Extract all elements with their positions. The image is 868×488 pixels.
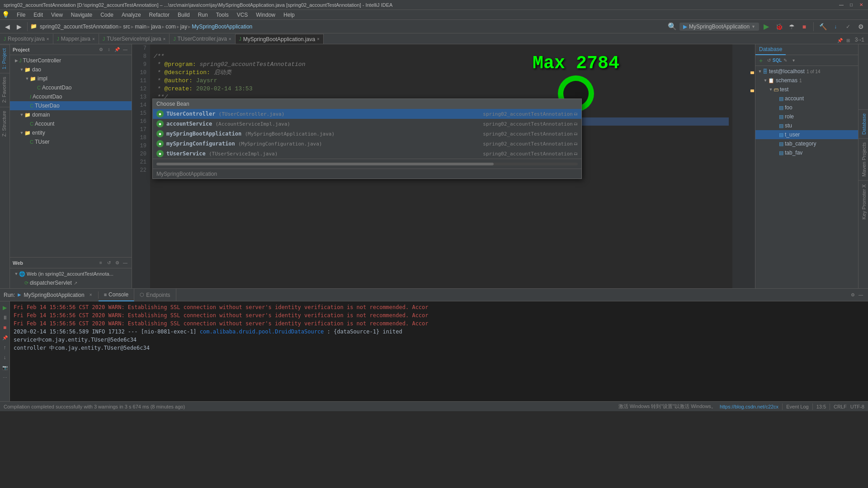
close-button[interactable]: ✕ xyxy=(858,2,864,8)
menu-code[interactable]: Code xyxy=(97,11,117,19)
console-screenshot-button[interactable]: 📷 xyxy=(0,363,9,372)
tab-mapper-close[interactable]: × xyxy=(92,37,95,42)
editor-pin-button[interactable]: 📌 xyxy=(836,37,844,44)
db-item-role-table[interactable]: ▤ role xyxy=(755,112,868,121)
breadcrumb-main[interactable]: main xyxy=(135,23,146,30)
rotated-tab-keypromoter[interactable]: Key Promoter X xyxy=(859,180,868,223)
run-configuration[interactable]: ▶ MySpringBootApplication ▼ xyxy=(679,23,759,31)
rotated-tab-database[interactable]: Database xyxy=(859,109,868,138)
coverage-button[interactable]: ☂ xyxy=(786,21,797,32)
vcs-update-button[interactable]: ↓ xyxy=(830,21,841,32)
autocomplete-item-tuserservice[interactable]: ● tUserService (TUserServiceImpl.java) s… xyxy=(153,149,581,159)
db-add-button[interactable]: + xyxy=(757,57,764,64)
project-panel-expand-icon[interactable]: ↕ xyxy=(105,46,113,53)
status-url[interactable]: https://blog.csdn.net/c22cx xyxy=(720,404,778,409)
menu-edit[interactable]: Edit xyxy=(30,11,47,19)
console-scroll-up-button[interactable]: ↑ xyxy=(0,343,9,352)
db-filter-button[interactable]: ▾ xyxy=(790,57,797,64)
breadcrumb-java[interactable]: java xyxy=(151,23,161,30)
console-more-button[interactable]: ⋯ xyxy=(0,373,9,382)
menu-tools[interactable]: Tools xyxy=(212,11,232,19)
tree-item-tuserdao[interactable]: C TUserDao xyxy=(10,101,132,110)
run-button[interactable]: ▶ xyxy=(761,21,772,32)
rotated-tab-maven[interactable]: Maven Projects xyxy=(859,138,868,180)
tab-tusercontroller-close[interactable]: × xyxy=(229,37,231,42)
forward-button[interactable]: ▶ xyxy=(14,21,24,32)
db-item-account-table[interactable]: ▤ account xyxy=(755,94,868,103)
tree-item-entity[interactable]: ▼ 📁 entity xyxy=(10,128,132,137)
db-item-tabfav-table[interactable]: ▤ tab_fav xyxy=(755,148,868,157)
tab-myspringbootapp[interactable]: J MySpringBootApplication.java × xyxy=(236,34,324,44)
database-tab[interactable]: Database xyxy=(755,44,786,55)
console-stop-button[interactable]: ■ xyxy=(0,323,9,332)
console-scroll-down-button[interactable]: ↓ xyxy=(0,353,9,362)
console-restart-button[interactable]: ▶ xyxy=(0,303,9,312)
web-panel-minimize-icon[interactable]: — xyxy=(122,259,129,267)
back-button[interactable]: ◀ xyxy=(2,21,13,32)
search-everywhere-button[interactable]: 🔍 xyxy=(667,21,678,32)
breadcrumb-project[interactable]: spring02_accountTestAnnotation xyxy=(40,23,118,30)
bottom-tab-endpoints[interactable]: ⬡ Endpoints xyxy=(134,289,176,301)
menu-navigate[interactable]: Navigate xyxy=(67,11,96,19)
menu-file[interactable]: File xyxy=(13,11,29,19)
tree-item-account[interactable]: C Account xyxy=(10,119,132,128)
autocomplete-item-tusercontroller[interactable]: ● TUserController (TUserController.java)… xyxy=(153,109,581,119)
console-pause-button[interactable]: ⏸ xyxy=(0,313,9,322)
maximize-button[interactable]: □ xyxy=(848,2,854,8)
tree-item-tusercontroller[interactable]: ▶ J TUserController xyxy=(10,56,132,65)
tree-item-tuser[interactable]: C TUser xyxy=(10,137,132,146)
menu-build[interactable]: Build xyxy=(174,11,193,19)
stop-button[interactable]: ■ xyxy=(799,21,810,32)
autocomplete-item-myspringbootapp[interactable]: ● mySpringBootApplication (MySpringBootA… xyxy=(153,129,581,139)
breadcrumb-com[interactable]: com xyxy=(165,23,176,30)
autocomplete-item-accountservice[interactable]: ● accountService (AccountServiceImpl.jav… xyxy=(153,119,581,129)
db-item-tuser-table[interactable]: ▤ t_user xyxy=(755,130,868,139)
project-panel-settings-icon[interactable]: ⚙ xyxy=(97,46,104,53)
db-item-test-schema[interactable]: ▼ 🗃 test xyxy=(755,85,868,94)
tab-tusercontroller[interactable]: J TUserController.java × xyxy=(170,34,235,44)
web-tree-item-dispatcher[interactable]: ⟳ dispatcherServlet ↗ xyxy=(10,278,132,287)
breadcrumb-src[interactable]: src xyxy=(123,23,130,30)
menu-view[interactable]: View xyxy=(47,11,66,19)
editor-split-button[interactable]: ⊞ xyxy=(844,37,852,44)
tab-myspringbootapp-close[interactable]: × xyxy=(317,37,320,42)
menu-window[interactable]: Window xyxy=(252,11,279,19)
web-panel-list-icon[interactable]: ≡ xyxy=(97,259,104,267)
left-vt-favorites[interactable]: 2: Favorites xyxy=(0,73,9,106)
settings-button[interactable]: ⚙ xyxy=(855,21,866,32)
status-event-log[interactable]: Event Log xyxy=(786,404,809,409)
left-vt-structure[interactable]: Z: Structure xyxy=(0,107,9,140)
web-tree-item-web[interactable]: ▼ 🌐 Web (in spring02_accountTestAnnota..… xyxy=(10,269,132,278)
tree-item-dao[interactable]: ▼ 📁 dao xyxy=(10,65,132,74)
db-item-stu-table[interactable]: ▤ stu xyxy=(755,121,868,130)
rebuild-button[interactable]: 🔨 xyxy=(817,21,828,32)
web-panel-settings-icon[interactable]: ⚙ xyxy=(113,259,121,267)
db-sql-button[interactable]: SQL xyxy=(774,57,781,64)
menu-refactor[interactable]: Refactor xyxy=(146,11,173,19)
tab-tuserserviceimpl-close[interactable]: × xyxy=(163,37,166,42)
db-item-schemas[interactable]: ▼ 📋 schemas 1 xyxy=(755,76,868,85)
menu-help[interactable]: Help xyxy=(280,11,298,19)
vcs-commit-button[interactable]: ✓ xyxy=(843,21,854,32)
tree-item-domain[interactable]: ▼ 📁 domain xyxy=(10,110,132,119)
menu-analyze[interactable]: Analyze xyxy=(118,11,145,19)
menu-run[interactable]: Run xyxy=(194,11,212,19)
tab-tuserserviceimpl[interactable]: J TUserServiceImpl.java × xyxy=(99,34,170,44)
tab-repository[interactable]: J Repository.java × xyxy=(0,34,53,44)
breadcrumb-file[interactable]: MySpringBootApplication xyxy=(192,23,252,30)
bottom-settings-button[interactable]: ⚙ xyxy=(849,291,856,299)
tree-item-accountdao[interactable]: I AccountDao xyxy=(10,92,132,101)
web-panel-refresh-icon[interactable]: ↺ xyxy=(105,259,113,267)
bottom-minimize-button[interactable]: — xyxy=(857,291,864,299)
project-panel-minimize-icon[interactable]: — xyxy=(122,46,129,53)
tab-repository-close[interactable]: × xyxy=(47,37,49,42)
db-refresh-button[interactable]: ↺ xyxy=(765,57,773,64)
db-item-connection[interactable]: ▼ 🗄 test@localhost 1 of 14 xyxy=(755,67,868,76)
db-item-foo-table[interactable]: ▤ foo xyxy=(755,103,868,112)
run-close-button[interactable]: × xyxy=(87,291,94,299)
minimize-button[interactable]: — xyxy=(838,2,844,8)
status-crlf[interactable]: CRLF xyxy=(834,404,847,409)
tab-mapper[interactable]: J Mapper.java × xyxy=(53,34,99,44)
project-panel-pin-icon[interactable]: 📌 xyxy=(113,46,121,53)
tree-item-accountdao-impl[interactable]: C AccountDao xyxy=(10,83,132,92)
